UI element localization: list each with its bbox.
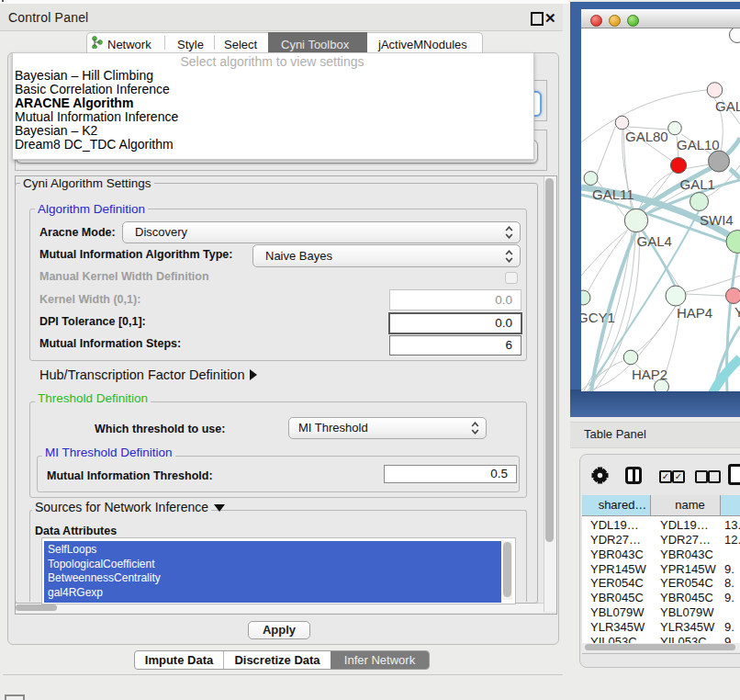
svg-text:GAL11: GAL11 (592, 186, 634, 202)
svg-text:GAL1: GAL1 (680, 176, 715, 192)
svg-text:HAP4: HAP4 (677, 305, 712, 321)
svg-text:GAL10: GAL10 (677, 137, 720, 152)
svg-text:HAP2: HAP2 (632, 367, 667, 382)
svg-text:GAL80: GAL80 (625, 129, 668, 144)
svg-text:SWI4: SWI4 (700, 212, 734, 228)
svg-text:YPL: YPL (734, 304, 740, 320)
svg-text:GAL4: GAL4 (637, 233, 672, 249)
svg-text:GCY1: GCY1 (581, 310, 615, 325)
svg-text:GAL7: GAL7 (715, 98, 740, 114)
